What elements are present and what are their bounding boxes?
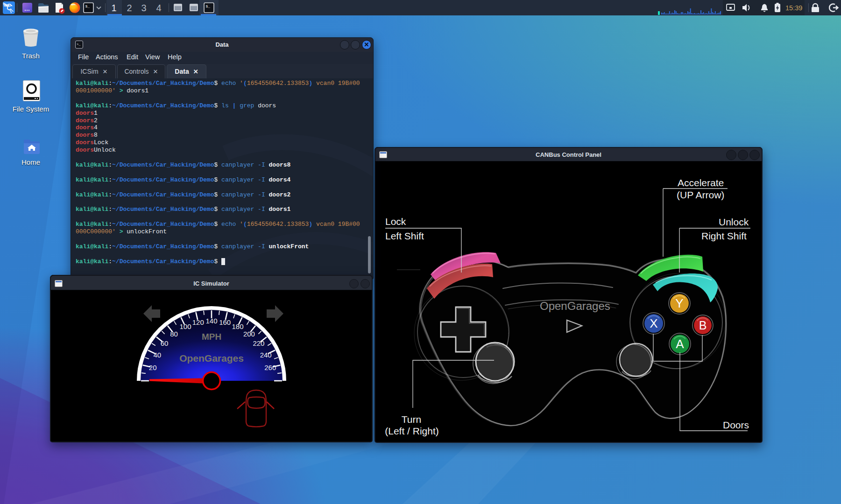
svg-text:160: 160: [219, 318, 231, 326]
svg-text:A: A: [676, 337, 684, 351]
svg-text:Turn: Turn: [402, 414, 421, 425]
svg-text:Y: Y: [675, 296, 683, 310]
svg-text:X: X: [650, 316, 657, 330]
svg-text:120: 120: [192, 318, 204, 326]
svg-text:(Left / Right): (Left / Right): [385, 426, 439, 436]
svg-text:200: 200: [243, 330, 255, 338]
svg-text:260: 260: [264, 364, 276, 371]
svg-text:OpenGarages: OpenGarages: [179, 353, 244, 364]
svg-text:(UP Arrow): (UP Arrow): [677, 189, 724, 200]
svg-text:60: 60: [161, 339, 169, 347]
svg-text:100: 100: [179, 322, 191, 330]
svg-text:Accelerate: Accelerate: [678, 177, 724, 188]
svg-text:220: 220: [253, 339, 264, 347]
svg-text:MPH: MPH: [202, 332, 221, 342]
svg-text:140: 140: [205, 317, 217, 325]
svg-text:Right Shift: Right Shift: [701, 231, 747, 241]
svg-text:OpenGarages: OpenGarages: [540, 300, 610, 312]
svg-text:20: 20: [149, 364, 157, 371]
svg-text:B: B: [699, 319, 707, 332]
svg-text:80: 80: [170, 330, 178, 338]
svg-text:180: 180: [232, 322, 243, 330]
svg-text:240: 240: [260, 351, 272, 359]
svg-text:Left Shift: Left Shift: [385, 231, 424, 241]
svg-text:Unlock: Unlock: [719, 217, 749, 227]
svg-text:Doors: Doors: [723, 420, 749, 430]
svg-text:40: 40: [153, 351, 161, 359]
svg-text:Lock: Lock: [385, 216, 406, 227]
